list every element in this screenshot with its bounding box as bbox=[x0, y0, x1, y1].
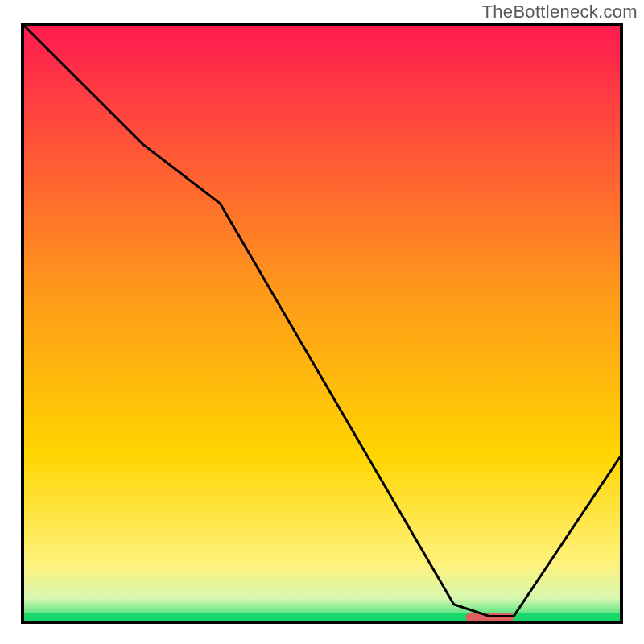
bottleneck-chart bbox=[0, 0, 644, 644]
watermark-text: TheBottleneck.com bbox=[482, 2, 638, 23]
chart-container: TheBottleneck.com bbox=[0, 0, 644, 644]
